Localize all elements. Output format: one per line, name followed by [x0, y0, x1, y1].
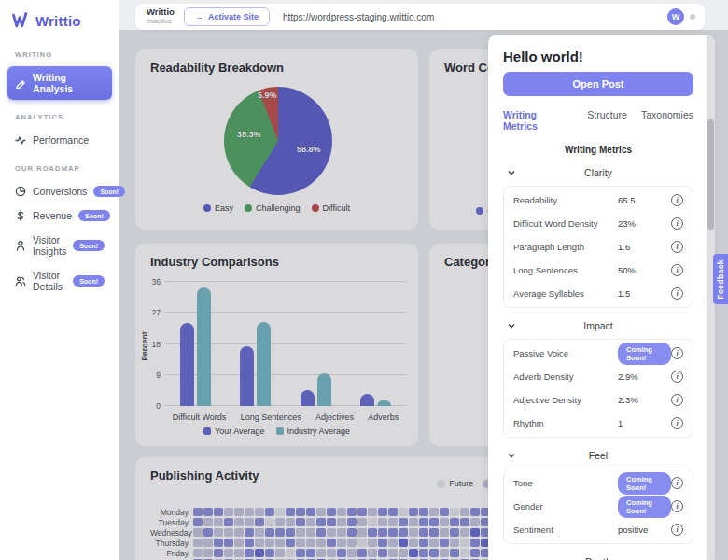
metric-label: Adjective Density	[513, 395, 618, 405]
metric-row-long-sentences: Long Sentences50%i	[513, 259, 683, 282]
site-identity: Writtio Inactive	[147, 7, 175, 25]
metric-row-rhythm: Rhythm1i	[513, 412, 683, 435]
sidebar-item-performance[interactable]: Performance	[7, 129, 112, 151]
sidebar-item-writing-analysis[interactable]: Writing Analysis	[7, 66, 112, 100]
metric-label: Average Syllables	[513, 288, 618, 299]
soon-badge: Soon!	[73, 275, 105, 287]
notification-dot	[690, 14, 695, 20]
metric-value: 2.9%	[618, 371, 671, 382]
site-status: Inactive	[147, 18, 175, 26]
metric-row-passive-voice: Passive VoiceComing Soon!i	[513, 342, 683, 365]
info-icon[interactable]: i	[671, 371, 683, 383]
sidebar-item-label: Visitor Insights	[33, 234, 66, 257]
metric-value: 1.5	[618, 288, 671, 299]
section-header-depth: Depth	[503, 556, 693, 560]
metric-value: 50%	[618, 265, 671, 275]
site-url: https://wordpress-staging.writtio.com	[283, 12, 434, 22]
metric-row-gender: GenderComing Soon!i	[513, 495, 683, 518]
metric-value: 1	[618, 418, 671, 428]
coming-soon-badge: Coming Soon!	[618, 343, 671, 365]
metric-label: Long Sentences	[513, 265, 618, 275]
chevron-down-icon[interactable]	[507, 168, 516, 179]
metric-row-paragraph-length: Paragraph Length1.6i	[513, 235, 683, 259]
sidebar-item-label: Visitor Details	[33, 270, 66, 292]
metric-label: Passive Voice	[513, 348, 618, 358]
info-icon[interactable]: i	[671, 241, 683, 253]
person-icon	[15, 240, 26, 251]
soon-badge: Soon!	[73, 240, 105, 251]
metric-value: 2.3%	[618, 395, 671, 405]
chevron-down-icon[interactable]	[507, 321, 516, 332]
metric-value: 65.5	[618, 195, 671, 205]
post-title: Hello world!	[503, 49, 693, 64]
pulse-icon	[15, 134, 26, 146]
tab-structure[interactable]: Structure	[587, 109, 627, 132]
metric-label: Gender	[513, 501, 618, 511]
metric-row-adjective-density: Adjective Density2.3%i	[513, 388, 683, 412]
info-icon[interactable]: i	[671, 394, 683, 406]
metric-box: ToneComing Soon!iGenderComing Soon!iSent…	[503, 469, 693, 544]
dollar-icon	[15, 210, 26, 221]
arrow-right-icon: →	[195, 12, 203, 21]
metric-row-difficult-word-density: Difficult Word Density23%i	[513, 212, 683, 235]
activate-site-button[interactable]: → Activate Site	[184, 7, 270, 26]
sidebar-item-visitor-insights[interactable]: Visitor InsightsSoon!	[7, 229, 112, 262]
soon-badge: Soon!	[93, 186, 125, 197]
metric-box: Readability65.5iDifficult Word Density23…	[503, 186, 693, 308]
metric-label: Tone	[513, 478, 618, 488]
metric-box: Passive VoiceComing Soon!iAdverb Density…	[503, 339, 693, 438]
metric-row-readability: Readability65.5i	[513, 189, 683, 212]
sidebar-section-label: WRITING	[0, 39, 119, 64]
metric-value: 1.6	[618, 242, 671, 252]
topbar: Writtio Inactive → Activate Site https:/…	[135, 4, 705, 30]
open-post-button[interactable]: Open Post	[503, 72, 693, 96]
metric-label: Rhythm	[513, 418, 618, 428]
sidebar-item-label: Writing Analysis	[33, 72, 105, 94]
coming-soon-badge: Coming Soon!	[618, 472, 671, 495]
metric-label: Adverb Density	[513, 371, 618, 382]
info-icon[interactable]: i	[671, 194, 683, 206]
app-logo[interactable]: Writtio	[0, 7, 119, 39]
info-icon[interactable]: i	[671, 264, 683, 276]
info-icon[interactable]: i	[671, 217, 683, 230]
section-title: Impact	[583, 320, 613, 331]
sidebar-item-visitor-details[interactable]: Visitor DetailsSoon!	[7, 264, 112, 298]
sidebar-item-conversions[interactable]: ConversionsSoon!	[7, 180, 112, 203]
sidebar-item-label: Conversions	[33, 186, 87, 197]
section-header-feel: Feel	[503, 450, 693, 461]
info-icon[interactable]: i	[671, 500, 683, 512]
people-icon	[15, 275, 26, 287]
sidebar-item-label: Performance	[33, 134, 89, 146]
section-title: Clarity	[584, 167, 612, 178]
sidebar-item-label: Revenue	[33, 210, 72, 221]
tab-taxonomies[interactable]: Taxonomies	[641, 109, 693, 132]
info-icon[interactable]: i	[671, 347, 683, 359]
metric-value: 23%	[618, 218, 671, 229]
info-icon[interactable]: i	[671, 417, 683, 429]
sidebar-section-label: OUR ROADMAP	[0, 153, 119, 178]
tab-writing-metrics[interactable]: Writing Metrics	[503, 109, 573, 132]
post-metrics-panel: Hello world! Open Post Writing MetricsSt…	[488, 35, 715, 560]
feedback-tab[interactable]: Feedback	[713, 254, 728, 304]
coming-soon-badge: Coming Soon!	[618, 496, 671, 518]
info-icon[interactable]: i	[671, 287, 683, 300]
metric-label: Sentiment	[513, 525, 618, 535]
section-header-impact: Impact	[503, 320, 693, 331]
panel-tabs: Writing MetricsStructureTaxonomies	[503, 109, 693, 132]
chevron-down-icon[interactable]	[507, 451, 516, 462]
metric-label: Readability	[513, 195, 618, 205]
user-avatar[interactable]: W	[667, 8, 684, 25]
panel-scrollbar-thumb[interactable]	[707, 119, 714, 230]
metric-row-average-syllables: Average Syllables1.5i	[513, 282, 683, 305]
pie-icon	[15, 186, 26, 197]
sidebar-item-revenue[interactable]: RevenueSoon!	[7, 204, 112, 227]
sidebar: Writtio WRITINGWriting AnalysisANALYTICS…	[0, 0, 119, 560]
section-header-clarity: Clarity	[503, 167, 693, 178]
section-title: Feel	[589, 450, 608, 461]
info-icon[interactable]: i	[671, 524, 683, 536]
metric-row-adverb-density: Adverb Density2.9%i	[513, 365, 683, 388]
sidebar-section-label: ANALYTICS	[0, 102, 119, 127]
metric-label: Difficult Word Density	[513, 218, 618, 229]
info-icon[interactable]: i	[671, 477, 683, 489]
metric-value: positive	[618, 525, 671, 535]
